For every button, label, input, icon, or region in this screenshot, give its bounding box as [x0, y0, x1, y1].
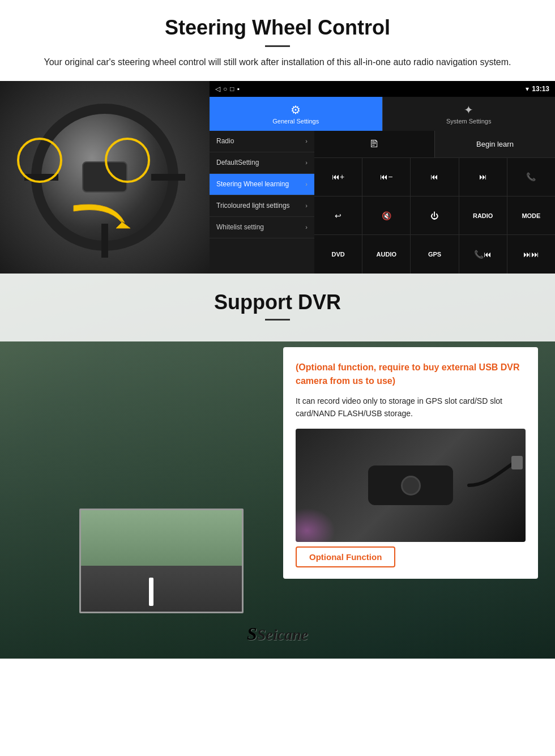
seicane-logo: SSeicane [0, 623, 555, 644]
scene-road [81, 566, 242, 612]
ctrl-next-track[interactable]: ⏭ [459, 158, 507, 196]
ctrl-back[interactable]: ↩ [314, 197, 362, 234]
swc-composite-image: ◁ ○ □ ▪ ▾ 13:13 ⚙ General Settings ✦ Sys… [0, 81, 555, 274]
section-description: Your original car's steering wheel contr… [40, 55, 515, 70]
dvr-title-area: Support DVR [0, 274, 555, 326]
seicane-text: Seicane [257, 626, 308, 643]
menu-item-radio[interactable]: Radio › [210, 131, 314, 152]
begin-learn-button[interactable]: Begin learn [434, 131, 555, 157]
title-divider [265, 45, 290, 47]
settings-tabs: ⚙ General Settings ✦ System Settings [210, 97, 555, 131]
menu-item-tricoloured[interactable]: Tricoloured light settings › [210, 195, 314, 217]
ctrl-mute[interactable]: 🔇 [362, 197, 410, 234]
ctrl-power[interactable]: ⏻ [411, 197, 458, 234]
control-buttons-grid: ⏮+ ⏮− ⏮ ⏭ 📞 ↩ 🔇 ⏻ RADIO MODE DVD AUDIO G… [314, 158, 555, 274]
dvr-title-divider [265, 319, 290, 321]
gear-icon: ⚙ [291, 103, 301, 117]
settings-menu-list: Radio › DefaultSetting › Steering Wheel … [210, 131, 314, 274]
status-nav-icons: ◁ ○ □ ▪ [215, 85, 240, 93]
chevron-icon: › [305, 202, 308, 209]
home-icon[interactable]: ○ [223, 85, 227, 93]
ctrl-mode[interactable]: MODE [507, 197, 555, 234]
svg-rect-0 [511, 456, 523, 469]
spoke-right [151, 174, 185, 181]
dvr-preview-screen [79, 509, 244, 613]
scene-sky [81, 510, 242, 566]
dvr-info-card: (Optional function, require to buy exter… [283, 347, 538, 579]
menu-whitelist-label: Whitelist setting [216, 223, 264, 231]
android-ui-panel: ◁ ○ □ ▪ ▾ 13:13 ⚙ General Settings ✦ Sys… [210, 81, 555, 274]
yellow-arrow [68, 194, 136, 240]
usb-cable-graphic [384, 429, 526, 542]
dvr-title: Support DVR [0, 291, 555, 314]
dvr-road-scene [81, 510, 242, 612]
menu-radio-label: Radio [216, 137, 234, 145]
status-right-icons: ▾ 13:13 [526, 85, 549, 93]
back-icon[interactable]: ◁ [215, 85, 220, 93]
road-line [149, 589, 153, 606]
ctrl-vol-down[interactable]: ⏮− [362, 158, 410, 196]
ctrl-prev-track[interactable]: ⏮ [411, 158, 458, 196]
menu-item-steering-wheel[interactable]: Steering Wheel learning › [210, 174, 314, 195]
status-bar: ◁ ○ □ ▪ ▾ 13:13 [210, 81, 555, 97]
menu-steering-label: Steering Wheel learning [216, 180, 289, 188]
dvr-description: It can record video only to storage in G… [296, 395, 526, 420]
menu-item-whitelist[interactable]: Whitelist setting › [210, 217, 314, 238]
steering-buttons-panel: 🖹 Begin learn ⏮+ ⏮− ⏮ ⏭ 📞 ↩ 🔇 ⏻ RADI [314, 131, 555, 274]
begin-learn-row: 🖹 Begin learn [314, 131, 555, 158]
status-time: 13:13 [532, 85, 549, 93]
ctrl-gps[interactable]: GPS [411, 235, 458, 273]
ctrl-phone[interactable]: 📞 [507, 158, 555, 196]
highlight-circle-left [17, 138, 62, 183]
system-icon: ✦ [464, 103, 473, 117]
highlight-circle-right [105, 138, 150, 183]
begin-learn-spacer: 🖹 [314, 131, 434, 157]
ctrl-phone-next[interactable]: ⏭⏭ [507, 235, 555, 273]
tab-system-settings[interactable]: ✦ System Settings [382, 97, 556, 131]
dvr-optional-text: (Optional function, require to buy exter… [296, 361, 526, 388]
recents-icon[interactable]: □ [230, 85, 234, 93]
optional-badge: Optional Function [296, 542, 526, 567]
menu-icon[interactable]: ▪ [237, 85, 240, 93]
menu-default-label: DefaultSetting [216, 159, 259, 166]
dvr-background: Support DVR (Optional function, require … [0, 274, 555, 659]
menu-item-default-setting[interactable]: DefaultSetting › [210, 152, 314, 174]
tab-general-settings[interactable]: ⚙ General Settings [210, 97, 382, 131]
optional-function-label: Optional Function [296, 546, 395, 567]
ctrl-phone-prev[interactable]: 📞⏮ [459, 235, 507, 273]
tab-system-label: System Settings [446, 118, 491, 125]
menu-tricoloured-label: Tricoloured light settings [216, 202, 290, 210]
ctrl-dvd[interactable]: DVD [314, 235, 362, 273]
dvr-section: Support DVR (Optional function, require … [0, 274, 555, 659]
chevron-icon: › [305, 159, 308, 166]
ctrl-audio[interactable]: AUDIO [362, 235, 410, 273]
chevron-icon: › [305, 138, 308, 144]
wifi-icon: ▾ [526, 85, 529, 93]
steering-wheel-photo [0, 81, 210, 274]
dvr-camera-image [296, 429, 526, 542]
document-icon: 🖹 [314, 131, 434, 157]
dvr-preview-inner [81, 510, 242, 612]
tab-general-label: General Settings [272, 118, 319, 125]
ctrl-radio[interactable]: RADIO [459, 197, 507, 234]
chevron-icon: › [305, 224, 308, 230]
menu-buttons-area: Radio › DefaultSetting › Steering Wheel … [210, 131, 555, 274]
ctrl-vol-up[interactable]: ⏮+ [314, 158, 362, 196]
steering-wheel-section: Steering Wheel Control Your original car… [0, 0, 555, 70]
chevron-icon: › [305, 181, 308, 187]
page-title: Steering Wheel Control [23, 16, 532, 40]
camera-light-effect [296, 508, 335, 542]
